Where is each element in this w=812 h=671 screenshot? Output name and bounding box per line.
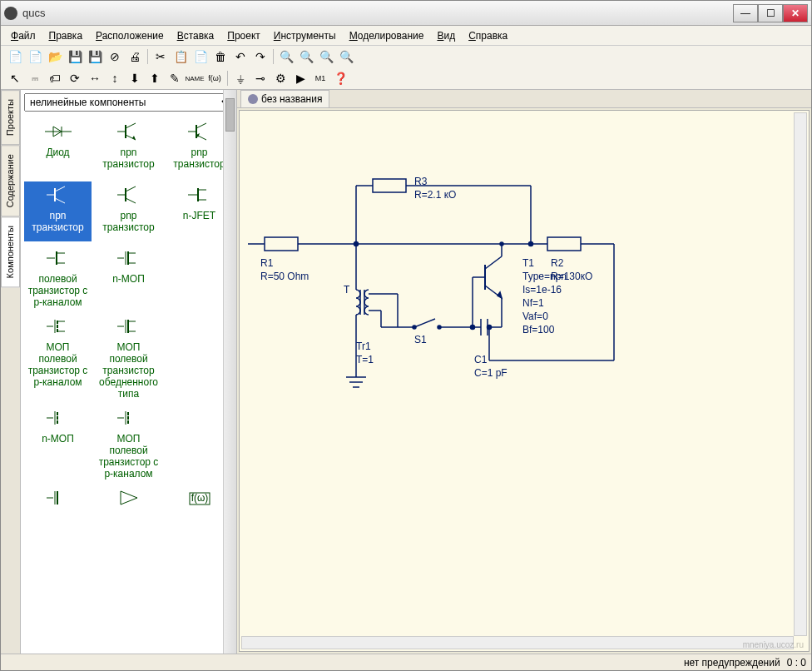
comp-pmos-2[interactable]: МОП полевой транзистор с p-каналом (95, 405, 162, 481)
label-t1-p2: Is=1e-16 (522, 284, 562, 296)
maximize-button[interactable]: ☐ (758, 4, 783, 22)
side-tabs: Проекты Содержание Компоненты (1, 90, 21, 654)
wand-icon[interactable]: ✎ (166, 69, 184, 87)
comp-sym-1[interactable] (24, 485, 92, 544)
npn-icon (114, 120, 144, 143)
pnp-icon (185, 120, 215, 143)
titlebar: qucs — ☐ ✕ (1, 1, 811, 26)
comp-label: n-JFET (183, 210, 215, 221)
delete-icon[interactable]: 🗑 (211, 47, 230, 66)
comp-nmos[interactable]: n-МОП (95, 245, 162, 310)
comp-pnp-2[interactable]: pnp транзистор (95, 181, 162, 241)
menu-view[interactable]: Вид (432, 28, 460, 43)
svg-point-102 (354, 242, 359, 246)
simulate-icon[interactable]: ▶ (291, 69, 309, 87)
label-c1-name: C1 (474, 354, 487, 365)
toolbar-row-2: ↖ ⎓ 🏷 ⟳ ↔ ↕ ⬇ ⬆ ✎ NAME f(ω) ⏚ ⊸ ⚙ ▶ M1 ❓ (1, 67, 811, 89)
menu-simulation[interactable]: Моделирование (344, 28, 429, 43)
schematic-drawing: R3 R=2.1 кО R1 R=50 Ohm R2 R=130кО T1 Ty… (248, 161, 714, 460)
sidetab-contents[interactable]: Содержание (1, 145, 20, 216)
saveall-icon[interactable]: 💾 (86, 47, 104, 66)
save-icon[interactable]: 💾 (66, 47, 84, 66)
canvas-tab[interactable]: без названия (240, 90, 329, 107)
zoom-out-icon[interactable]: 🔍 (297, 47, 315, 66)
undo-icon[interactable]: ↶ (231, 47, 250, 66)
menu-view-label: ид (443, 30, 455, 42)
zoom-fit-icon[interactable]: 🔍 (317, 47, 335, 66)
svg-point-103 (529, 242, 533, 246)
menu-file[interactable]: Файл (6, 28, 41, 43)
activate-icon[interactable]: ⬇ (126, 69, 144, 87)
svg-point-104 (471, 326, 475, 330)
svg-text:f(ω): f(ω) (191, 492, 208, 504)
name-icon[interactable]: NAME (186, 69, 204, 87)
open-icon[interactable]: 📂 (46, 47, 64, 66)
canvas-area: без названия (237, 90, 811, 654)
comp-depmos[interactable]: МОП полевой транзистор обедненного типа (95, 313, 162, 401)
zoom-in-icon[interactable]: 🔍 (277, 47, 295, 66)
empty-icon (185, 315, 215, 338)
schematic-canvas[interactable]: R3 R=2.1 кО R1 R=50 Ohm R2 R=130кО T1 Ty… (239, 110, 810, 652)
label-r1-param: R=50 Ohm (260, 271, 309, 282)
comp-pmos[interactable]: МОП полевой транзистор с p-каналом (24, 313, 92, 401)
label-icon[interactable]: 🏷 (46, 69, 64, 87)
close-file-icon[interactable]: ⊘ (106, 47, 124, 66)
mirror-x-icon[interactable]: ↔ (86, 69, 104, 87)
deactivate-icon[interactable]: ⬆ (146, 69, 164, 87)
separator (273, 49, 274, 64)
scrollbar-thumb[interactable] (225, 98, 235, 132)
new-icon[interactable]: 📄 (6, 47, 24, 66)
copy-icon[interactable]: 📋 (171, 47, 190, 66)
port-icon[interactable]: ⊸ (251, 69, 270, 87)
menu-insert[interactable]: Вставка (172, 28, 220, 43)
menu-insert-label: ставка (184, 30, 215, 42)
label-t1-name: T1 (522, 257, 534, 269)
menu-edit[interactable]: Правка (44, 28, 88, 43)
canvas-vscrollbar[interactable] (794, 112, 807, 636)
wire-icon[interactable]: ⎓ (26, 69, 44, 87)
equation-icon[interactable]: f(ω) (205, 69, 224, 87)
comp-opamp[interactable] (95, 485, 162, 544)
sidetab-projects[interactable]: Проекты (1, 90, 20, 145)
rotate-icon[interactable]: ⟳ (66, 69, 84, 87)
redo-icon[interactable]: ↷ (251, 47, 270, 66)
menu-position[interactable]: Расположение (91, 28, 169, 43)
main-area: Проекты Содержание Компоненты x нелинейн… (1, 90, 811, 654)
comp-diode[interactable]: Диод (24, 118, 92, 178)
sidetab-components[interactable]: Компоненты (1, 216, 20, 287)
new-text-icon[interactable]: 📄 (26, 47, 44, 66)
menu-tools[interactable]: Инструменты (269, 28, 341, 43)
zoom-1-icon[interactable]: 🔍 (337, 47, 355, 66)
separator (147, 49, 148, 64)
canvas-hscrollbar[interactable] (241, 636, 794, 649)
component-category-select[interactable]: нелинейные компоненты (24, 93, 233, 112)
comp-npn-2[interactable]: npn транзистор (24, 181, 92, 241)
menu-help-label: правка (476, 30, 508, 42)
comp-label: МОП полевой транзистор с p-каналом (26, 341, 90, 388)
panel-scrollbar[interactable] (223, 90, 236, 654)
menu-position-label: асположение (102, 30, 164, 42)
menu-help[interactable]: Справка (463, 28, 512, 43)
label-t1-p4: Vaf=0 (522, 311, 548, 322)
minimize-button[interactable]: — (733, 4, 758, 22)
help-icon[interactable]: ❓ (331, 69, 349, 87)
comp-npn[interactable]: npn транзистор (95, 118, 162, 178)
svg-line-16 (126, 186, 136, 191)
close-button[interactable]: ✕ (783, 4, 808, 22)
label-s1-name: S1 (414, 334, 427, 345)
print-icon[interactable]: 🖨 (126, 47, 144, 66)
svg-line-4 (126, 123, 136, 128)
pointer-icon[interactable]: ↖ (6, 69, 24, 87)
main-window: qucs — ☐ ✕ Файл Правка Расположение Вста… (0, 0, 812, 671)
paste-icon[interactable]: 📄 (191, 47, 210, 66)
menu-project[interactable]: Проект (222, 28, 265, 43)
menu-project-label: роект (235, 30, 260, 42)
ground-icon[interactable]: ⏚ (231, 69, 250, 87)
mirror-y-icon[interactable]: ↕ (106, 69, 124, 87)
marker-icon[interactable]: M1 (311, 69, 329, 87)
comp-pfet[interactable]: полевой транзистор с p-каналом (24, 245, 92, 310)
comp-nmos-2[interactable]: n-МОП (24, 405, 92, 481)
cut-icon[interactable]: ✂ (151, 47, 170, 66)
label-tr-t: T (344, 284, 349, 296)
gear-icon[interactable]: ⚙ (271, 69, 290, 87)
